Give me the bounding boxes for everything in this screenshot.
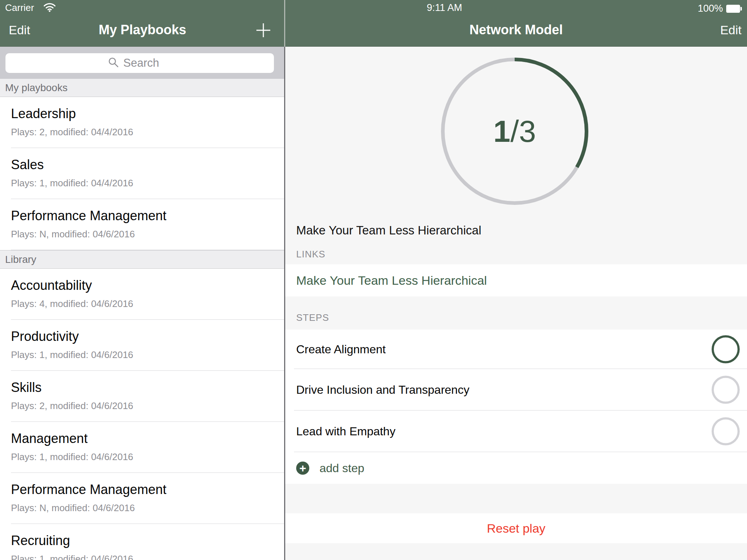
- links-section-header: LINKS: [296, 249, 325, 260]
- search-input[interactable]: [123, 56, 171, 70]
- playbook-meta: Plays: 1, modified: 04/6/2016: [11, 349, 133, 361]
- playbook-title: Recruiting: [11, 533, 70, 549]
- playbook-row-sales[interactable]: Sales Plays: 1, modified: 04/4/2016: [0, 148, 285, 199]
- link-label[interactable]: Make Your Team Less Hierarchical: [296, 264, 487, 296]
- link-row[interactable]: Make Your Team Less Hierarchical: [285, 264, 747, 296]
- section-header-library: Library: [0, 250, 285, 269]
- playbook-row-management[interactable]: Management Plays: 1, modified: 04/6/2016: [0, 422, 285, 473]
- battery-percent-label: 100%: [698, 3, 723, 14]
- search-icon: [108, 57, 119, 69]
- add-step-row[interactable]: + add step: [285, 452, 747, 484]
- playbook-title: Sales: [11, 157, 44, 173]
- wifi-icon: [43, 3, 56, 13]
- add-step-icon[interactable]: +: [296, 462, 309, 475]
- playbook-title: Leadership: [11, 106, 76, 122]
- playbook-meta: Plays: 1, modified: 04/6/2016: [11, 451, 133, 463]
- playbook-row-recruiting[interactable]: Recruiting Plays: 1, modified: 04/6/2016: [0, 524, 285, 560]
- add-step-label[interactable]: add step: [320, 461, 364, 475]
- playbook-title: Productivity: [11, 328, 79, 345]
- playbook-row-productivity[interactable]: Productivity Plays: 1, modified: 04/6/20…: [0, 320, 285, 371]
- app-screen: Carrier Edit My Playbooks: [0, 0, 747, 560]
- split-view-divider-top: [284, 0, 285, 47]
- reset-play-button[interactable]: Reset play: [285, 513, 747, 543]
- battery-status: 100%: [698, 3, 742, 14]
- battery-icon: [726, 5, 742, 13]
- reset-play-label: Reset play: [487, 521, 546, 536]
- detail-title: Network Model: [285, 22, 747, 38]
- progress-total: 3: [519, 114, 536, 149]
- add-playbook-button[interactable]: [256, 23, 271, 38]
- step-row-drive-inclusion[interactable]: Drive Inclusion and Transparency: [285, 369, 747, 411]
- search-bar-area: [0, 47, 285, 78]
- search-field[interactable]: [5, 53, 274, 73]
- section-header-my-playbooks: My playbooks: [0, 78, 285, 97]
- playbook-row-performance-management[interactable]: Performance Management Plays: N, modifie…: [0, 199, 285, 250]
- step-ring[interactable]: [712, 335, 740, 363]
- step-row-create-alignment[interactable]: Create Alignment: [285, 330, 747, 369]
- sidebar-navbar: Carrier Edit My Playbooks: [0, 0, 285, 47]
- playbook-row-accountability[interactable]: Accountability Plays: 4, modified: 04/6/…: [0, 269, 285, 320]
- steps-list: Create Alignment Drive Inclusion and Tra…: [285, 330, 747, 484]
- step-label: Create Alignment: [296, 343, 386, 356]
- step-row-lead-with-empathy[interactable]: Lead with Empathy: [285, 411, 747, 452]
- playbook-row-leadership[interactable]: Leadership Plays: 2, modified: 04/4/2016: [0, 97, 285, 148]
- playbook-meta: Plays: 4, modified: 04/6/2016: [11, 298, 133, 310]
- clock-label: 9:11 AM: [285, 2, 462, 13]
- detail-navbar: 9:11 AM 100% Network Model Edit: [285, 0, 747, 47]
- step-ring[interactable]: [712, 417, 740, 446]
- step-label: Lead with Empathy: [296, 425, 395, 438]
- playbook-row-skills[interactable]: Skills Plays: 2, modified: 04/6/2016: [0, 371, 285, 422]
- detail-edit-button[interactable]: Edit: [720, 23, 742, 37]
- carrier-label: Carrier: [5, 2, 34, 13]
- playbook-meta: Plays: 2, modified: 04/4/2016: [11, 126, 133, 138]
- playbook-meta: Plays: N, modified: 04/6/2016: [11, 228, 135, 240]
- sidebar-title: My Playbooks: [0, 22, 285, 38]
- playbook-title: Performance Management: [11, 208, 166, 224]
- playbook-meta: Plays: 1, modified: 04/4/2016: [11, 177, 133, 189]
- steps-section-header: STEPS: [296, 312, 329, 323]
- sidebar-pane: Carrier Edit My Playbooks: [0, 0, 285, 560]
- playbook-title: Accountability: [11, 277, 92, 293]
- playbook-meta: Plays: 2, modified: 04/6/2016: [11, 400, 133, 412]
- playbook-meta: Plays: 1, modified: 04/6/2016: [11, 553, 133, 560]
- playbook-row-performance-management-2[interactable]: Performance Management Plays: N, modifie…: [0, 473, 285, 524]
- playbook-title: Skills: [11, 380, 42, 396]
- step-ring[interactable]: [712, 376, 740, 404]
- progress-completed: 1: [494, 114, 511, 149]
- play-title: Make Your Team Less Hierarchical: [296, 223, 481, 238]
- step-label: Drive Inclusion and Transparency: [296, 383, 469, 397]
- split-view-divider: [284, 47, 285, 560]
- playbook-title: Management: [11, 431, 88, 447]
- detail-pane: 9:11 AM 100% Network Model Edit 1 / 3 Ma…: [285, 0, 747, 560]
- playbook-meta: Plays: N, modified: 04/6/2016: [11, 502, 135, 514]
- progress-fraction: 1 / 3: [439, 56, 590, 207]
- playbook-title: Performance Management: [11, 482, 166, 498]
- progress-separator: /: [510, 114, 519, 149]
